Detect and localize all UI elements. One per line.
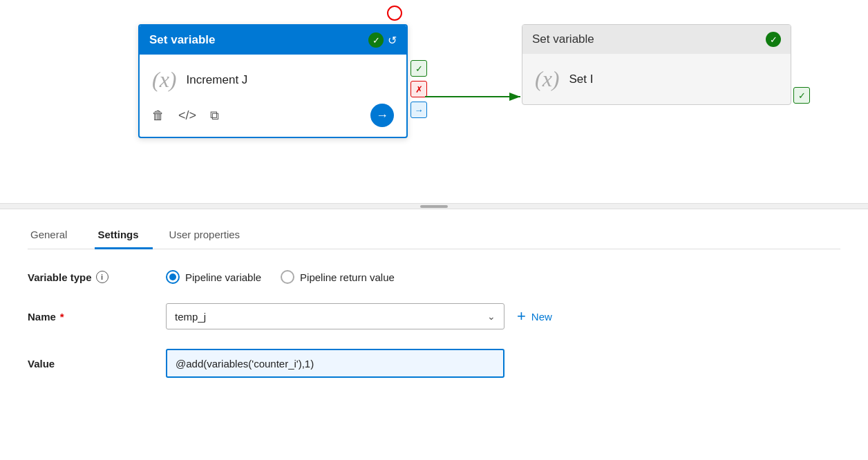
red-circle-connector[interactable]	[387, 6, 402, 21]
radio-pipeline-return[interactable]: Pipeline return value	[281, 270, 395, 284]
delete-button[interactable]: 🗑	[152, 108, 164, 123]
name-dropdown[interactable]: temp_j ⌄	[166, 303, 504, 329]
variable-icon-left: (x)	[152, 67, 177, 93]
card-right-title: Set variable	[532, 32, 594, 46]
connector-green[interactable]: ✓	[411, 60, 427, 77]
variable-type-row: Variable type i Pipeline variable Pipeli…	[28, 270, 840, 284]
tab-user-properties[interactable]: User properties	[167, 222, 254, 249]
next-button[interactable]: →	[370, 104, 394, 127]
redo-icon[interactable]: ↺	[388, 34, 397, 47]
name-label: Name	[28, 311, 166, 323]
card-left-header: Set variable ✓ ↺	[140, 26, 406, 55]
variable-type-label: Variable type i	[28, 271, 166, 283]
card-left-check-icon: ✓	[368, 32, 384, 48]
radio-outer-empty	[281, 270, 294, 284]
radio-outer-selected	[166, 270, 180, 284]
tabs-row: General Settings User properties	[28, 209, 840, 249]
card-left: Set variable ✓ ↺ (x) Increment J 🗑 </> ⧉…	[138, 24, 408, 138]
card-right-body: (x) Set I	[522, 54, 791, 104]
connector-blue[interactable]: →	[411, 102, 427, 118]
connector-arrow	[425, 90, 525, 104]
chevron-down-icon: ⌄	[487, 311, 496, 322]
card-right-check-icon: ✓	[766, 32, 781, 47]
card-left-title: Set variable	[149, 33, 215, 47]
info-icon[interactable]: i	[96, 271, 108, 283]
card-left-label: Increment J	[187, 73, 248, 87]
card-left-body: (x) Increment J	[140, 55, 406, 98]
radio-pipeline-variable[interactable]: Pipeline variable	[166, 270, 261, 284]
plus-icon: +	[517, 309, 526, 324]
card-left-header-right: ✓ ↺	[368, 32, 397, 48]
tab-settings[interactable]: Settings	[95, 222, 152, 249]
card-right: Set variable ✓ (x) Set I ✓	[522, 24, 791, 105]
card-right-header: Set variable ✓	[522, 25, 791, 54]
value-label: Value	[28, 358, 166, 370]
form-area: Variable type i Pipeline variable Pipeli…	[28, 249, 840, 378]
panel-divider[interactable]	[0, 204, 868, 209]
new-button[interactable]: + New	[517, 309, 552, 324]
radio-inner-selected	[169, 274, 176, 280]
card-right-label: Set I	[569, 73, 594, 86]
value-input[interactable]	[166, 349, 504, 378]
connector-side: ✓ ✗ →	[411, 60, 427, 118]
bottom-panel: General Settings User properties Variabl…	[0, 209, 868, 378]
name-row: Name temp_j ⌄ + New	[28, 303, 840, 329]
divider-handle	[420, 205, 448, 208]
card-left-footer: 🗑 </> ⧉ →	[140, 98, 406, 137]
card-right-connector[interactable]: ✓	[793, 87, 810, 104]
tab-general[interactable]: General	[28, 222, 81, 249]
code-button[interactable]: </>	[178, 108, 196, 123]
variable-icon-right: (x)	[535, 66, 560, 92]
canvas-area: Set variable ✓ ↺ (x) Increment J 🗑 </> ⧉…	[0, 0, 868, 204]
dropdown-wrapper: temp_j ⌄ + New	[166, 303, 552, 329]
value-row: Value	[28, 349, 840, 378]
radio-group: Pipeline variable Pipeline return value	[166, 270, 395, 284]
copy-button[interactable]: ⧉	[210, 108, 219, 123]
